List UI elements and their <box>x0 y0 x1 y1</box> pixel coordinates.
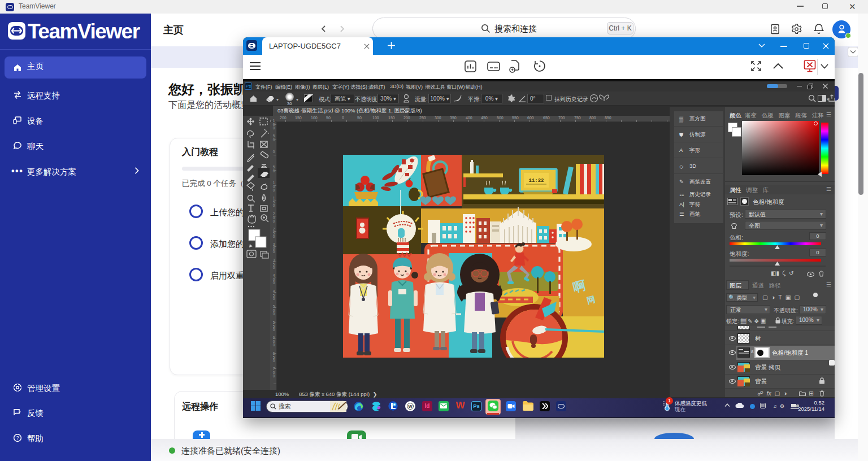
svg-text:11:22: 11:22 <box>528 178 544 184</box>
svg-text:?: ? <box>16 435 19 441</box>
